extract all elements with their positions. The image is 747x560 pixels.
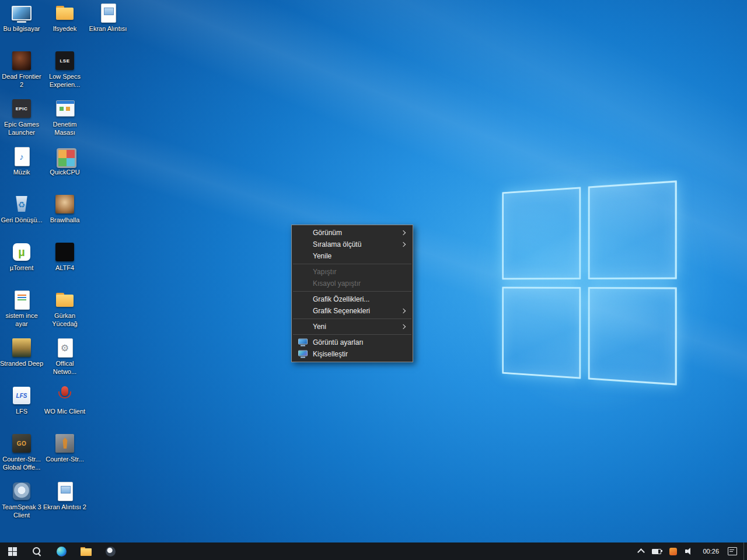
epic-logo-text: EPIC: [16, 106, 28, 111]
desktop-icon-stranded-deep[interactable]: Stranded Deep: [0, 337, 43, 368]
system-tray: 00:26: [634, 542, 747, 560]
desktop-context-menu: Görünüm Sıralama ölçütü Yenile Yapıştır …: [291, 225, 413, 362]
desktop-icon-quickcpu[interactable]: QuickCPU: [43, 146, 86, 177]
menu-item-label: Grafik Özellikleri...: [313, 295, 369, 303]
wo-mic-icon: [54, 385, 76, 406]
brawlhalla-icon: [54, 194, 76, 215]
show-desktop-button[interactable]: [743, 542, 747, 560]
menu-separator: [293, 291, 411, 292]
counter-strike-icon: [54, 433, 76, 454]
desktop-icon-wo-mic-client[interactable]: WO Mic Client: [43, 385, 86, 416]
gear-glyph: ⚙: [61, 342, 69, 354]
menu-item-label: Görüntü ayarları: [313, 338, 364, 346]
taskbar: 00:26: [0, 542, 747, 560]
desktop-icon-counter-strike[interactable]: Counter-Str...: [43, 433, 86, 464]
wallpaper-logo-pane: [588, 180, 677, 279]
menu-item-label: Sıralama ölçütü: [313, 240, 361, 249]
desktop-icon-ekran-alintisi-2[interactable]: Ekran Alıntısı 2: [43, 481, 86, 512]
desktop-icon-ekran-alintisi[interactable]: Ekran Alıntısı: [86, 2, 130, 33]
wallpaper-logo-pane: [588, 287, 677, 386]
desktop-icon-sistem-ince-ayar[interactable]: sistem ince ayar: [0, 289, 43, 328]
desktop-icon-dead-frontier-2[interactable]: Dead Frontier 2: [0, 50, 43, 89]
tray-app[interactable]: [665, 542, 681, 560]
menu-item-grafik-secenekleri[interactable]: Grafik Seçenekleri: [292, 305, 413, 317]
screen: Bu bilgisayar Dead Frontier 2 EPIC Epic …: [0, 0, 747, 560]
menu-separator: [293, 264, 411, 264]
icon-label: Geri Dönüşü...: [0, 216, 43, 225]
desktop-icon-denetim-masasi[interactable]: Denetim Masası: [43, 98, 86, 137]
menu-item-kisisellestir[interactable]: Kişiselleştir: [292, 348, 413, 360]
icon-label: WO Mic Client: [43, 408, 86, 416]
chevron-up-icon: [638, 548, 645, 556]
csgo-logo-text: GO: [17, 440, 27, 447]
personalize-icon: [298, 351, 308, 358]
control-panel-icon: [54, 98, 76, 119]
menu-item-yapistir: Yapıştır: [292, 266, 413, 278]
notification-icon: [728, 547, 737, 555]
start-button[interactable]: [0, 542, 25, 560]
desktop-icon-brawlhalla[interactable]: Brawlhalla: [43, 194, 86, 225]
submenu-arrow-icon: [401, 324, 406, 329]
icon-label: Dead Frontier 2: [0, 73, 43, 89]
desktop-icon-lfsyedek[interactable]: lfsyedek: [43, 2, 86, 33]
desktop-icon-recycle-bin[interactable]: ♻ Geri Dönüşü...: [0, 194, 43, 225]
action-center-button[interactable]: [724, 542, 741, 560]
lfs-icon: LFS: [11, 385, 33, 406]
display-settings-icon: [298, 339, 308, 346]
menu-item-goruntu-ayarlari[interactable]: Görüntü ayarları: [292, 337, 413, 348]
music-note-glyph: ♪: [19, 152, 24, 162]
desktop-icon-epic-games-launcher[interactable]: EPIC Epic Games Launcher: [0, 98, 43, 137]
menu-item-gorunum[interactable]: Görünüm: [292, 227, 413, 239]
teamspeak-icon: [11, 481, 33, 502]
icon-label: Gürkan Yücedağ: [43, 312, 86, 328]
taskbar-edge-button[interactable]: [49, 542, 74, 560]
submenu-arrow-icon: [401, 230, 406, 235]
tray-volume[interactable]: [681, 542, 698, 560]
menu-item-yeni[interactable]: Yeni: [292, 321, 413, 332]
menu-item-label: Yapıştır: [313, 268, 336, 276]
desktop-icon-utorrent[interactable]: µ µTorrent: [0, 242, 43, 272]
csgo-icon: GO: [11, 433, 33, 454]
taskbar-file-explorer-button[interactable]: [74, 542, 98, 560]
lfs-logo-text: LFS: [16, 393, 27, 399]
icon-label: Ekran Alıntısı 2: [43, 503, 86, 512]
menu-item-label: Kısayol yapıştır: [313, 279, 361, 288]
tray-overflow-button[interactable]: [634, 542, 648, 560]
menu-item-yenile[interactable]: Yenile: [292, 250, 413, 262]
taskbar-steam-button[interactable]: [98, 542, 123, 560]
volume-icon: [685, 548, 694, 555]
recycle-bin-icon: ♻: [11, 194, 33, 215]
menu-item-grafik-ozellikleri[interactable]: Grafik Özellikleri...: [292, 293, 413, 305]
recycle-glyph: ♻: [18, 200, 26, 209]
icon-label: Offical Netwo...: [43, 360, 86, 376]
desktop-icon-bu-bilgisayar[interactable]: Bu bilgisayar: [0, 2, 43, 33]
tray-battery[interactable]: [648, 542, 665, 560]
desktop-icon-csgo[interactable]: GO Counter-Str... Global Offe...: [0, 433, 43, 472]
menu-item-label: Yenile: [313, 252, 331, 260]
search-button[interactable]: [25, 542, 49, 560]
icon-label: Counter-Str...: [43, 456, 86, 464]
screenshot-file-icon: [54, 481, 76, 502]
menu-item-siralama-olcutu[interactable]: Sıralama ölçütü: [292, 239, 413, 250]
desktop-icon-lfs[interactable]: LFS LFS: [0, 385, 43, 416]
menu-item-label: Görünüm: [313, 229, 342, 237]
icon-label: TeamSpeak 3 Client: [0, 503, 43, 520]
utorrent-icon: µ: [11, 242, 33, 262]
taskbar-clock[interactable]: 00:26: [698, 542, 724, 560]
screenshot-file-icon: [97, 2, 119, 23]
desktop-icon-offical-network[interactable]: ⚙ Offical Netwo...: [43, 337, 86, 376]
desktop-icon-gurkan-yucedag[interactable]: Gürkan Yücedağ: [43, 289, 86, 328]
edge-icon: [57, 547, 67, 556]
desktop-icon-teamspeak-3[interactable]: TeamSpeak 3 Client: [0, 481, 43, 520]
desktop-icon-low-specs-experience[interactable]: LSE Low Specs Experien...: [43, 50, 86, 89]
desktop-background[interactable]: Bu bilgisayar Dead Frontier 2 EPIC Epic …: [0, 0, 747, 542]
desktop-icon-altf4[interactable]: ALTF4: [43, 242, 86, 272]
windows-logo-icon: [8, 547, 17, 556]
tray-app-icon: [669, 548, 677, 555]
desktop-icon-muzik[interactable]: ♪ Müzik: [0, 146, 43, 177]
icon-label: sistem ince ayar: [0, 312, 43, 328]
icon-label: Ekran Alıntısı: [86, 25, 130, 33]
lse-logo-text: LSE: [60, 58, 69, 64]
steam-icon: [106, 547, 116, 556]
menu-item-label: Yeni: [313, 323, 326, 331]
